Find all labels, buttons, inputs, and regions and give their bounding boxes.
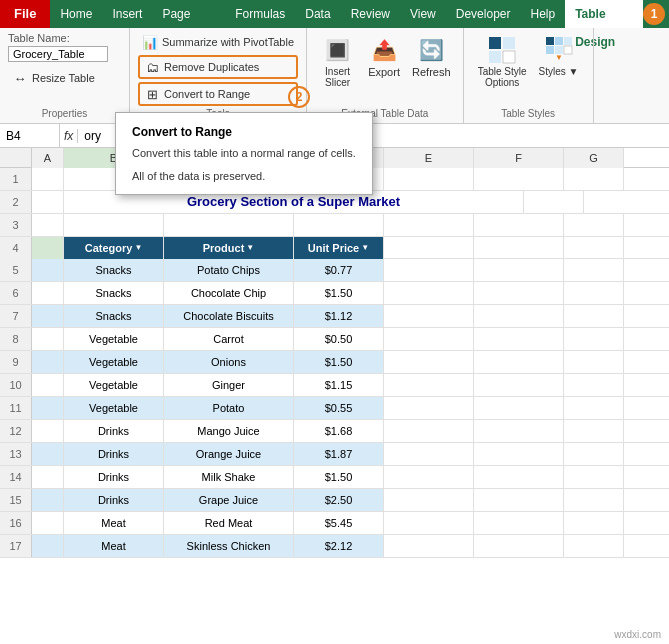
cell[interactable] — [64, 214, 164, 236]
cell[interactable] — [32, 168, 64, 190]
price-cell[interactable]: $1.50 — [294, 466, 384, 488]
cell[interactable] — [474, 374, 564, 396]
cell[interactable] — [474, 443, 564, 465]
cell[interactable] — [32, 374, 64, 396]
summarize-pivot-btn[interactable]: 📊 Summarize with PivotTable — [138, 32, 298, 52]
cell[interactable] — [564, 214, 624, 236]
price-cell[interactable]: $1.50 — [294, 351, 384, 373]
cell[interactable] — [32, 397, 64, 419]
cell[interactable] — [474, 328, 564, 350]
product-cell[interactable]: Potato — [164, 397, 294, 419]
product-cell[interactable]: Orange Juice — [164, 443, 294, 465]
col-e[interactable]: E — [384, 148, 474, 168]
cell[interactable] — [384, 489, 474, 511]
price-cell[interactable]: $0.50 — [294, 328, 384, 350]
quick-styles-btn[interactable]: ▼ Styles ▼ — [535, 32, 583, 79]
cell[interactable] — [474, 282, 564, 304]
category-cell[interactable]: Vegetable — [64, 397, 164, 419]
remove-duplicates-btn[interactable]: 🗂 Remove Duplicates — [138, 55, 298, 79]
category-cell[interactable]: Drinks — [64, 420, 164, 442]
category-cell[interactable]: Snacks — [64, 282, 164, 304]
menu-page-layout[interactable]: Page Layout — [152, 0, 225, 28]
unit-price-header[interactable]: Unit Price ▼ — [294, 237, 384, 259]
cell[interactable] — [564, 489, 624, 511]
cell[interactable] — [564, 282, 624, 304]
cell[interactable] — [474, 237, 564, 259]
dropdown-arrow[interactable]: ▼ — [246, 237, 254, 259]
cell[interactable] — [32, 214, 64, 236]
file-menu[interactable]: File — [0, 0, 50, 28]
cell[interactable] — [564, 535, 624, 557]
cell[interactable] — [564, 351, 624, 373]
cell[interactable] — [32, 489, 64, 511]
convert-to-range-btn[interactable]: ⊞ Convert to Range 2 — [138, 82, 298, 106]
cell[interactable] — [474, 512, 564, 534]
menu-formulas[interactable]: Formulas — [225, 0, 295, 28]
cell[interactable] — [564, 374, 624, 396]
cell[interactable] — [474, 305, 564, 327]
cell[interactable] — [384, 466, 474, 488]
cell[interactable] — [384, 512, 474, 534]
category-cell[interactable]: Vegetable — [64, 328, 164, 350]
category-cell[interactable]: Snacks — [64, 305, 164, 327]
cell[interactable] — [524, 191, 584, 213]
menu-view[interactable]: View — [400, 0, 446, 28]
cell[interactable] — [474, 420, 564, 442]
cell[interactable] — [32, 420, 64, 442]
cell[interactable] — [32, 237, 64, 259]
cell[interactable] — [164, 214, 294, 236]
cell[interactable] — [384, 237, 474, 259]
cell[interactable] — [384, 305, 474, 327]
cell[interactable] — [564, 259, 624, 281]
cell[interactable] — [384, 214, 474, 236]
product-cell[interactable]: Carrot — [164, 328, 294, 350]
cell-reference[interactable]: B4 — [0, 124, 60, 148]
cell[interactable] — [32, 466, 64, 488]
category-cell[interactable]: Meat — [64, 512, 164, 534]
cell[interactable] — [474, 466, 564, 488]
product-cell[interactable]: Chocolate Chip — [164, 282, 294, 304]
cell[interactable] — [564, 420, 624, 442]
cell[interactable] — [32, 351, 64, 373]
category-cell[interactable]: Vegetable — [64, 374, 164, 396]
dropdown-arrow[interactable]: ▼ — [361, 237, 369, 259]
refresh-btn[interactable]: 🔄 Refresh — [408, 32, 455, 80]
category-cell[interactable]: Snacks — [64, 259, 164, 281]
table-style-options-btn[interactable]: Table Style Options — [474, 32, 531, 90]
cell[interactable] — [564, 305, 624, 327]
cell[interactable] — [564, 328, 624, 350]
cell[interactable] — [474, 259, 564, 281]
cell[interactable] — [384, 328, 474, 350]
cell[interactable] — [474, 168, 564, 190]
price-cell[interactable]: $2.12 — [294, 535, 384, 557]
resize-table-btn[interactable]: ↔ Resize Table — [8, 68, 121, 88]
table-name-input[interactable] — [8, 46, 108, 62]
product-cell[interactable]: Mango Juice — [164, 420, 294, 442]
cell[interactable] — [564, 237, 624, 259]
menu-insert[interactable]: Insert — [102, 0, 152, 28]
price-cell[interactable]: $1.12 — [294, 305, 384, 327]
cell[interactable] — [564, 397, 624, 419]
cell[interactable] — [474, 214, 564, 236]
cell[interactable] — [32, 191, 64, 213]
price-cell[interactable]: $2.50 — [294, 489, 384, 511]
category-cell[interactable]: Meat — [64, 535, 164, 557]
cell[interactable] — [32, 282, 64, 304]
product-header[interactable]: Product ▼ — [164, 237, 294, 259]
cell[interactable] — [384, 397, 474, 419]
cell[interactable] — [32, 259, 64, 281]
product-cell[interactable]: Skinless Chicken — [164, 535, 294, 557]
export-btn[interactable]: 📤 Export — [364, 32, 404, 80]
category-cell[interactable]: Drinks — [64, 443, 164, 465]
col-a[interactable]: A — [32, 148, 64, 168]
price-cell[interactable]: $1.87 — [294, 443, 384, 465]
cell[interactable] — [384, 374, 474, 396]
cell[interactable] — [474, 489, 564, 511]
cell[interactable] — [564, 466, 624, 488]
price-cell[interactable]: $1.68 — [294, 420, 384, 442]
col-g[interactable]: G — [564, 148, 624, 168]
cell[interactable] — [384, 282, 474, 304]
dropdown-arrow[interactable]: ▼ — [134, 237, 142, 259]
menu-developer[interactable]: Developer — [446, 0, 521, 28]
product-cell[interactable]: Red Meat — [164, 512, 294, 534]
